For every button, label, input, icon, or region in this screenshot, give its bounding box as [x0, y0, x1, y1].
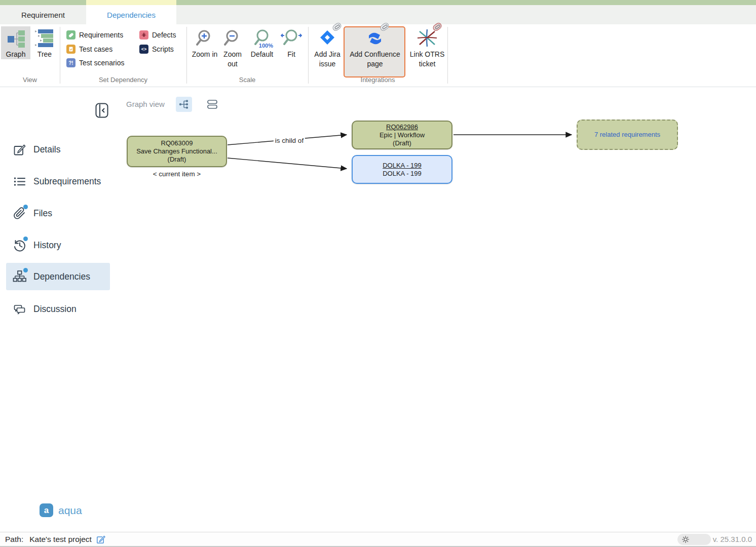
collapse-sidebar-button[interactable]: [95, 103, 108, 118]
app-window: Requirement Dependencies Graph: [0, 0, 756, 547]
link-otrs-ticket-label: Link OTRS ticket: [407, 50, 447, 69]
tree-view-button[interactable]: Tree: [31, 26, 58, 59]
zoom-fit-label: Fit: [287, 50, 295, 59]
set-dep-requirements[interactable]: Requirements: [66, 30, 123, 40]
graph-layout-toggle[interactable]: [176, 97, 192, 112]
aqua-logo-icon: a: [40, 503, 53, 517]
sidebar-item-discussion[interactable]: Discussion: [6, 295, 110, 323]
requirements-label: Requirements: [79, 31, 123, 39]
sidebar-label: Discussion: [33, 304, 77, 315]
graph-view-button[interactable]: Graph: [1, 26, 30, 59]
tree-view-icon: [34, 26, 55, 50]
notification-dot: [23, 268, 28, 272]
ribbon-separator: [447, 27, 448, 84]
zoom-out-button[interactable]: Zoom out: [219, 26, 246, 69]
paperclip-icon: [13, 207, 26, 220]
app-version: v. 25.31.0.0: [713, 535, 752, 543]
test-scenarios-label: Test scenarios: [79, 59, 124, 67]
aqua-brand-name: aqua: [58, 504, 82, 517]
sidebar-item-subrequirements[interactable]: Subrequirements: [6, 168, 110, 195]
test-case-icon: [66, 45, 75, 54]
dependency-edges: [0, 87, 756, 532]
top-accent-strip: [0, 0, 756, 5]
zoom-fit-button[interactable]: Fit: [279, 26, 304, 59]
sidebar-label: Subrequirements: [33, 176, 101, 187]
add-confluence-page-button[interactable]: [344, 26, 405, 77]
sidebar-item-history[interactable]: History: [6, 231, 110, 259]
active-tab-accent: [86, 0, 176, 5]
ribbon-toolbar: Graph Tree View Requirements: [0, 24, 756, 87]
zoom-default-button[interactable]: 100% Default: [248, 26, 276, 59]
sidebar-item-files[interactable]: Files: [6, 200, 110, 227]
node-title: Epic | Workflow: [380, 131, 425, 139]
zoom-in-button[interactable]: Zoom in: [192, 26, 218, 59]
defects-label: Defects: [152, 31, 176, 39]
scripts-label: Scripts: [152, 45, 174, 53]
graph-view-label: Graph: [6, 50, 26, 59]
parent-requirement-node[interactable]: RQ062986 Epic | Workflow (Draft): [352, 121, 452, 149]
sidebar-item-dependencies[interactable]: Dependencies: [6, 263, 110, 290]
ribbon-separator: [186, 27, 187, 84]
settings-button[interactable]: [677, 534, 711, 545]
set-dep-defects[interactable]: Defects: [139, 30, 176, 40]
set-dep-test-cases[interactable]: Test cases: [66, 45, 112, 54]
add-jira-issue-label: Add Jira issue: [311, 50, 344, 69]
status-bar: Path: Kate's test project v. 25.31.0.0: [0, 532, 756, 547]
list-layout-toggle[interactable]: [204, 97, 220, 112]
sidebar-label: Details: [33, 144, 61, 155]
requirement-icon: [66, 30, 75, 40]
gear-icon: [682, 535, 690, 543]
ribbon-separator: [60, 27, 60, 84]
zoom-default-label: Default: [251, 50, 273, 59]
sidebar-item-details[interactable]: Details: [6, 136, 110, 163]
integrations-group-label: Integrations: [308, 76, 447, 84]
zoom-out-label: Zoom out: [219, 50, 246, 69]
sidebar-label: History: [33, 240, 61, 251]
tab-bar: Requirement Dependencies: [0, 5, 756, 24]
add-jira-issue-button[interactable]: Add Jira issue: [311, 26, 344, 69]
related-requirements-link[interactable]: 7 related requirements: [594, 131, 660, 139]
tab-dependencies[interactable]: Dependencies: [86, 5, 176, 24]
node-id: RQ063009: [161, 139, 193, 147]
edit-path-icon[interactable]: [96, 534, 106, 544]
test-cases-label: Test cases: [79, 45, 112, 53]
link-otrs-ticket-button[interactable]: Link OTRS ticket: [407, 26, 447, 69]
node-id-link[interactable]: RQ062986: [386, 123, 418, 131]
list-icon: [13, 175, 26, 188]
set-dep-scripts[interactable]: <> Scripts: [139, 45, 174, 54]
path-value: Kate's test project: [29, 535, 92, 544]
node-id-link[interactable]: DOLKA - 199: [383, 162, 422, 170]
zoom-in-icon: [195, 26, 215, 50]
zoom-fit-icon: [280, 26, 303, 50]
scale-group-label: Scale: [186, 76, 308, 84]
current-requirement-node[interactable]: RQ063009 Save Changes Functional... (Dra…: [127, 136, 227, 167]
current-item-caption: < current item >: [127, 170, 227, 178]
node-title: Save Changes Functional...: [136, 147, 217, 155]
notification-dot: [23, 237, 28, 241]
edit-icon: [13, 143, 26, 157]
related-requirements-node[interactable]: 7 related requirements: [577, 120, 678, 150]
zoom-default-icon: 100%: [252, 26, 272, 50]
node-title: DOLKA - 199: [383, 170, 422, 178]
history-icon: [13, 239, 26, 252]
node-status: (Draft): [168, 155, 186, 164]
set-dependency-group-label: Set Dependency: [60, 76, 186, 84]
defect-icon: [139, 30, 148, 40]
sidebar-label: Files: [33, 208, 52, 219]
notification-dot: [23, 205, 28, 209]
node-status: (Draft): [393, 139, 411, 147]
dependencies-icon: [13, 270, 26, 284]
tree-view-label: Tree: [37, 50, 52, 59]
zoom-percent-badge: 100%: [259, 43, 273, 49]
zoom-in-label: Zoom in: [192, 50, 218, 59]
tab-requirement[interactable]: Requirement: [0, 5, 86, 24]
jira-issue-node[interactable]: DOLKA - 199 DOLKA - 199: [352, 155, 452, 184]
jira-icon: [317, 26, 337, 50]
discussion-icon: [13, 302, 26, 316]
sidebar-label: Dependencies: [33, 271, 90, 282]
test-scenario-icon: ?!: [66, 58, 75, 67]
zoom-out-icon: [222, 26, 243, 50]
aqua-brand: a aqua: [40, 503, 82, 517]
set-dep-test-scenarios[interactable]: ?! Test scenarios: [66, 58, 124, 67]
ribbon-separator: [308, 27, 309, 84]
